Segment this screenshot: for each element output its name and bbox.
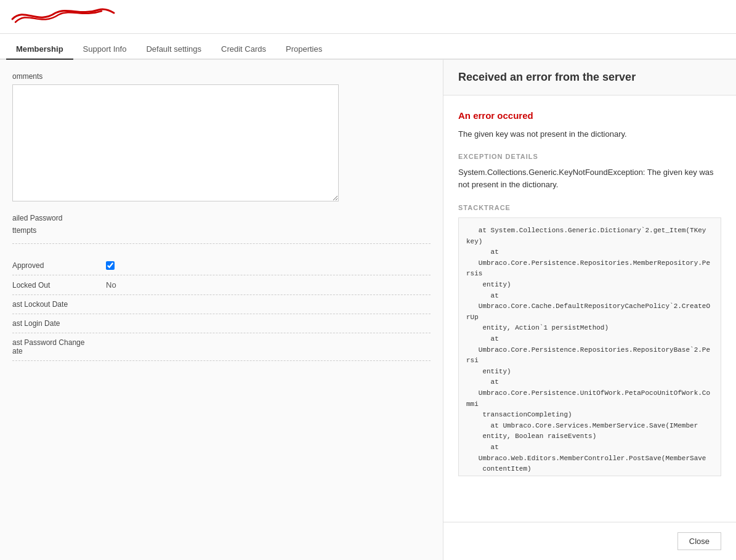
exception-label: EXCEPTION DETAILS bbox=[458, 153, 721, 160]
main-layout: omments ailed Password ttempts Approved … bbox=[0, 60, 736, 560]
logo-icon bbox=[6, 4, 117, 28]
stacktrace-box: at System.Collections.Generic.Dictionary… bbox=[458, 217, 721, 476]
last-lockout-label: ast Lockout Date bbox=[12, 300, 99, 309]
divider-1 bbox=[12, 243, 431, 244]
tab-properties[interactable]: Properties bbox=[276, 39, 332, 60]
approved-checkbox[interactable] bbox=[106, 261, 115, 270]
tab-support-info[interactable]: Support Info bbox=[73, 39, 137, 60]
failed-password-group: ailed Password ttempts bbox=[12, 214, 431, 244]
tab-default-settings[interactable]: Default settings bbox=[136, 39, 211, 60]
last-password-label: ast Password Change ate bbox=[12, 338, 99, 355]
approved-label: Approved bbox=[12, 261, 99, 270]
tab-credit-cards[interactable]: Credit Cards bbox=[211, 39, 276, 60]
comments-label: omments bbox=[12, 72, 431, 81]
error-message-text: The given key was not present in the dic… bbox=[458, 128, 721, 140]
last-login-label: ast Login Date bbox=[12, 319, 99, 328]
error-header: Received an error from the server bbox=[443, 60, 736, 95]
app-header bbox=[0, 0, 736, 34]
error-header-title: Received an error from the server bbox=[458, 71, 721, 84]
locked-out-label: Locked Out bbox=[12, 281, 99, 290]
locked-out-row: Locked Out No bbox=[12, 275, 431, 295]
last-password-row: ast Password Change ate bbox=[12, 333, 431, 361]
close-button[interactable]: Close bbox=[677, 532, 721, 550]
error-panel: Received an error from the server An err… bbox=[443, 60, 736, 560]
attempts-label: ttempts bbox=[12, 226, 431, 235]
stacktrace-label: STACKTRACE bbox=[458, 204, 721, 211]
error-body: An error occured The given key was not p… bbox=[443, 95, 736, 522]
locked-out-value: No bbox=[106, 280, 116, 290]
last-lockout-row: ast Lockout Date bbox=[12, 295, 431, 314]
failed-password-label: ailed Password bbox=[12, 214, 431, 222]
logo-area bbox=[6, 4, 129, 30]
left-panel: omments ailed Password ttempts Approved … bbox=[0, 60, 443, 560]
exception-details-text: System.Collections.Generic.KeyNotFoundEx… bbox=[458, 166, 721, 192]
close-row: Close bbox=[443, 522, 736, 560]
last-login-row: ast Login Date bbox=[12, 314, 431, 333]
tab-membership[interactable]: Membership bbox=[6, 39, 73, 60]
tabs-bar: Membership Support Info Default settings… bbox=[0, 34, 736, 60]
error-occurred-text: An error occured bbox=[458, 110, 721, 121]
approved-checkbox-container bbox=[106, 261, 115, 270]
comments-field-group: omments bbox=[12, 72, 431, 201]
approved-row: Approved bbox=[12, 256, 431, 275]
comments-textarea[interactable] bbox=[12, 84, 339, 201]
